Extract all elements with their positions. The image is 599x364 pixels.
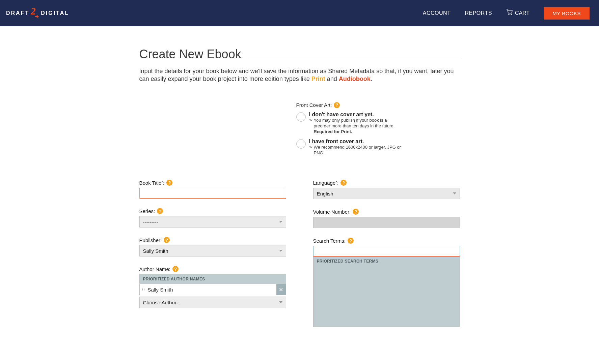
language-select[interactable]: English xyxy=(313,188,460,199)
volume-number-label: Volume Number: xyxy=(313,209,351,215)
choose-author-select[interactable]: Choose Author... xyxy=(139,297,286,308)
chevron-down-icon xyxy=(453,192,456,194)
remove-author-button[interactable]: ✕ xyxy=(276,284,286,295)
nav-account[interactable]: ACCOUNT xyxy=(423,10,451,16)
help-icon[interactable]: ? xyxy=(164,237,170,243)
logo-2-icon: 2 xyxy=(30,5,40,21)
series-select[interactable]: --------- xyxy=(139,216,286,228)
help-icon[interactable]: ? xyxy=(172,266,179,272)
help-icon[interactable]: ? xyxy=(341,180,347,186)
author-item-name: Sally Smith xyxy=(145,287,276,293)
audiobook-link[interactable]: Audiobook xyxy=(339,75,371,82)
search-terms-panel: PRIORITIZED SEARCH TERMS xyxy=(313,256,460,327)
chevron-down-icon xyxy=(279,221,282,223)
radio-no-cover[interactable] xyxy=(296,112,306,122)
nav-reports[interactable]: REPORTS xyxy=(465,10,492,16)
title-divider xyxy=(248,58,460,58)
svg-text:2: 2 xyxy=(30,5,37,17)
help-icon[interactable]: ? xyxy=(348,238,354,244)
help-icon[interactable]: ? xyxy=(353,209,359,215)
search-terms-panel-header: PRIORITIZED SEARCH TERMS xyxy=(314,256,460,266)
my-books-button[interactable]: MY BOOKS xyxy=(544,7,590,20)
book-title-input[interactable] xyxy=(139,188,286,199)
publisher-select[interactable]: Sally Smith xyxy=(139,245,286,256)
series-label: Series: xyxy=(139,208,155,214)
svg-point-2 xyxy=(511,14,512,15)
author-panel-header: PRIORITIZED AUTHOR NAMES xyxy=(139,274,286,284)
cover-art-label: Front Cover Art: xyxy=(296,102,332,108)
author-list-item[interactable]: Sally Smith ✕ xyxy=(139,284,286,295)
publisher-label: Publisher: xyxy=(139,237,162,243)
help-icon[interactable]: ? xyxy=(166,180,172,186)
search-terms-input[interactable] xyxy=(313,246,460,256)
author-name-label: Author Name: xyxy=(139,266,171,272)
volume-number-input xyxy=(313,217,460,228)
help-icon[interactable]: ? xyxy=(157,208,163,214)
language-label: Language*: xyxy=(313,180,339,186)
radio-have-cover[interactable] xyxy=(296,139,306,149)
page-title: Create New Ebook xyxy=(139,47,241,61)
cover-spec-icon: ✎ xyxy=(309,145,312,150)
drag-handle-icon[interactable] xyxy=(140,288,145,291)
radio-have-cover-title: I have front cover art. xyxy=(309,139,364,144)
preorder-note-icon: ✎ xyxy=(309,118,312,123)
radio-no-cover-title: I don't have cover art yet. xyxy=(309,112,374,117)
logo[interactable]: DRAFT 2 DIGITAL xyxy=(6,5,69,21)
logo-text-left: DRAFT xyxy=(6,10,29,16)
print-link[interactable]: Print xyxy=(311,75,325,82)
chevron-down-icon xyxy=(279,250,282,252)
help-icon[interactable]: ? xyxy=(334,102,340,108)
intro-text: Input the details for your book below an… xyxy=(139,67,460,83)
logo-text-right: DIGITAL xyxy=(41,10,69,16)
svg-point-1 xyxy=(508,14,509,15)
book-title-label: Book Title*: xyxy=(139,180,165,186)
cart-icon xyxy=(506,9,513,17)
chevron-down-icon xyxy=(279,301,282,303)
nav-cart[interactable]: CART xyxy=(506,9,529,17)
cart-label: CART xyxy=(515,10,529,16)
search-terms-label: Search Terms: xyxy=(313,238,346,244)
